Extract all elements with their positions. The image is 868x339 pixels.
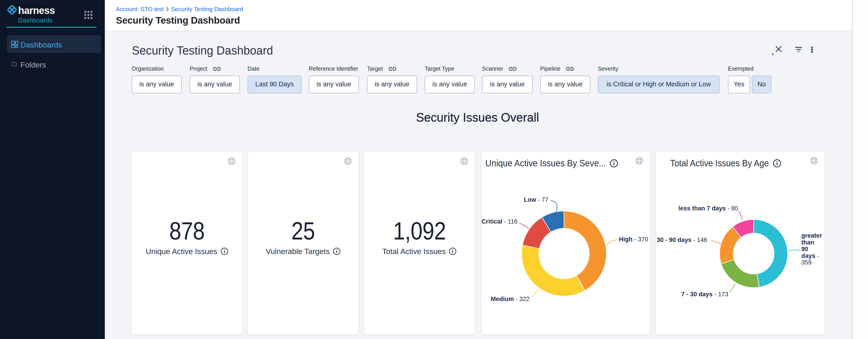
svg-text:30 - 90 days - 146: 30 - 90 days - 146 [657, 236, 707, 243]
svg-text:days -: days - [801, 252, 819, 259]
svg-text:than: than [801, 239, 814, 246]
svg-text:359: 359 [801, 259, 811, 266]
svg-text:Unique Active Issues By Seve..: Unique Active Issues By Seve... [485, 158, 606, 168]
svg-text:Total Active Issues By Age: Total Active Issues By Age [670, 158, 769, 168]
svg-text:90: 90 [801, 246, 808, 252]
svg-text:Low - 77: Low - 77 [524, 196, 548, 203]
svg-text:greater: greater [801, 232, 822, 239]
svg-text:High - 370: High - 370 [619, 236, 648, 243]
svg-text:less than 7 days - 80: less than 7 days - 80 [678, 205, 738, 212]
svg-text:Critical - 116: Critical - 116 [482, 218, 518, 225]
svg-text:7 - 30 days - 173: 7 - 30 days - 173 [681, 291, 728, 298]
svg-text:Medium - 322: Medium - 322 [491, 295, 529, 303]
